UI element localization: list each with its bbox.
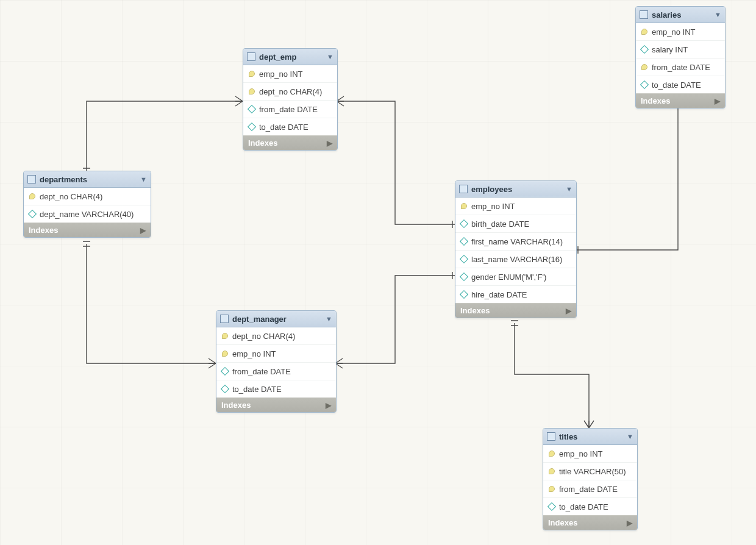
column-label: first_name VARCHAR(14) [471, 237, 563, 246]
attribute-icon [221, 386, 229, 392]
chevron-right-icon: ▶ [715, 97, 720, 105]
indexes-label: Indexes [548, 518, 577, 527]
column-row[interactable]: emp_no INT [243, 65, 337, 83]
column-row[interactable]: dept_no CHAR(4) [216, 327, 336, 345]
primary-key-icon [641, 29, 648, 35]
table-icon [27, 175, 36, 183]
attribute-icon [641, 82, 648, 88]
column-row[interactable]: to_date DATE [243, 118, 337, 136]
entity-dept_manager[interactable]: dept_manager▼dept_no CHAR(4)emp_no INTfr… [216, 310, 337, 413]
indexes-label: Indexes [29, 226, 58, 235]
column-row[interactable]: to_date DATE [636, 76, 725, 94]
column-label: from_date DATE [559, 485, 618, 494]
column-row[interactable]: title VARCHAR(50) [543, 463, 637, 480]
entity-header[interactable]: titles▼ [543, 429, 637, 445]
column-label: emp_no INT [471, 202, 515, 211]
attribute-icon [548, 504, 555, 510]
column-row[interactable]: dept_no CHAR(4) [243, 83, 337, 101]
entity-title: dept_manager [232, 315, 322, 324]
entity-salaries[interactable]: salaries▼emp_no INTsalary INTfrom_date D… [635, 6, 726, 109]
indexes-section[interactable]: Indexes▶ [636, 94, 725, 108]
table-icon [247, 52, 255, 61]
table-icon [220, 315, 229, 323]
chevron-down-icon[interactable]: ▼ [715, 11, 721, 18]
entity-header[interactable]: salaries▼ [636, 7, 725, 23]
entity-departments[interactable]: departments▼dept_no CHAR(4)dept_name VAR… [23, 171, 151, 238]
table-icon [459, 185, 468, 193]
attribute-icon [248, 124, 255, 130]
chevron-right-icon: ▶ [566, 307, 571, 315]
chevron-right-icon: ▶ [627, 519, 632, 527]
column-label: to_date DATE [259, 123, 308, 132]
column-label: to_date DATE [559, 502, 608, 511]
column-row[interactable]: emp_no INT [455, 198, 576, 215]
er-canvas[interactable]: departments▼dept_no CHAR(4)dept_name VAR… [0, 0, 756, 545]
entity-title: titles [559, 432, 623, 441]
column-row[interactable]: hire_date DATE [455, 286, 576, 304]
column-row[interactable]: emp_no INT [543, 445, 637, 463]
primary-key-icon [641, 64, 648, 70]
column-label: from_date DATE [652, 63, 710, 72]
column-label: to_date DATE [232, 385, 282, 394]
indexes-section[interactable]: Indexes▶ [216, 398, 336, 412]
column-row[interactable]: emp_no INT [216, 345, 336, 363]
column-label: from_date DATE [259, 105, 318, 114]
primary-key-icon [29, 193, 36, 199]
attribute-icon [460, 291, 468, 297]
column-row[interactable]: dept_no CHAR(4) [24, 188, 151, 205]
table-icon [547, 432, 555, 441]
chevron-down-icon[interactable]: ▼ [140, 176, 147, 183]
chevron-down-icon[interactable]: ▼ [326, 315, 332, 322]
primary-key-icon [248, 88, 255, 94]
indexes-section[interactable]: Indexes▶ [455, 304, 576, 318]
column-row[interactable]: salary INT [636, 41, 725, 59]
indexes-label: Indexes [248, 138, 277, 148]
chevron-down-icon[interactable]: ▼ [627, 433, 633, 440]
entity-employees[interactable]: employees▼emp_no INTbirth_date DATEfirst… [455, 180, 577, 318]
column-row[interactable]: from_date DATE [243, 101, 337, 118]
chevron-right-icon: ▶ [327, 139, 332, 148]
columns-list: emp_no INTbirth_date DATEfirst_name VARC… [455, 198, 576, 304]
attribute-icon [460, 274, 468, 280]
indexes-section[interactable]: Indexes▶ [243, 136, 337, 150]
attribute-icon [460, 238, 468, 244]
relationship-line [335, 276, 455, 363]
entity-title: salaries [652, 10, 711, 20]
attribute-icon [460, 256, 468, 262]
entity-header[interactable]: dept_manager▼ [216, 311, 336, 327]
primary-key-icon [548, 468, 555, 474]
attribute-icon [248, 106, 255, 112]
column-label: last_name VARCHAR(16) [471, 255, 562, 264]
column-row[interactable]: to_date DATE [216, 380, 336, 398]
primary-key-icon [460, 203, 468, 209]
column-label: emp_no INT [259, 69, 303, 79]
column-label: emp_no INT [652, 27, 696, 37]
column-row[interactable]: from_date DATE [636, 59, 725, 76]
column-row[interactable]: emp_no INT [636, 23, 725, 41]
entity-title: departments [40, 175, 137, 184]
indexes-section[interactable]: Indexes▶ [24, 223, 151, 237]
column-label: title VARCHAR(50) [559, 467, 626, 476]
relationship-line [337, 101, 455, 224]
column-row[interactable]: dept_name VARCHAR(40) [24, 205, 151, 223]
entity-header[interactable]: departments▼ [24, 171, 151, 188]
chevron-down-icon[interactable]: ▼ [327, 53, 333, 60]
column-row[interactable]: first_name VARCHAR(14) [455, 233, 576, 251]
attribute-icon [221, 368, 229, 374]
columns-list: dept_no CHAR(4)dept_name VARCHAR(40) [24, 188, 151, 223]
column-row[interactable]: gender ENUM('M','F') [455, 268, 576, 286]
chevron-down-icon[interactable]: ▼ [566, 185, 572, 193]
entity-header[interactable]: employees▼ [455, 181, 576, 198]
entity-dept_emp[interactable]: dept_emp▼emp_no INTdept_no CHAR(4)from_d… [243, 48, 338, 151]
chevron-right-icon: ▶ [326, 401, 331, 410]
column-label: dept_name VARCHAR(40) [40, 210, 134, 219]
column-row[interactable]: birth_date DATE [455, 215, 576, 233]
column-row[interactable]: to_date DATE [543, 498, 637, 516]
column-row[interactable]: from_date DATE [543, 480, 637, 498]
column-row[interactable]: from_date DATE [216, 363, 336, 380]
entity-titles[interactable]: titles▼emp_no INTtitle VARCHAR(50)from_d… [543, 428, 638, 530]
indexes-section[interactable]: Indexes▶ [543, 516, 637, 530]
column-label: salary INT [652, 45, 688, 54]
column-row[interactable]: last_name VARCHAR(16) [455, 251, 576, 268]
entity-header[interactable]: dept_emp▼ [243, 49, 337, 65]
